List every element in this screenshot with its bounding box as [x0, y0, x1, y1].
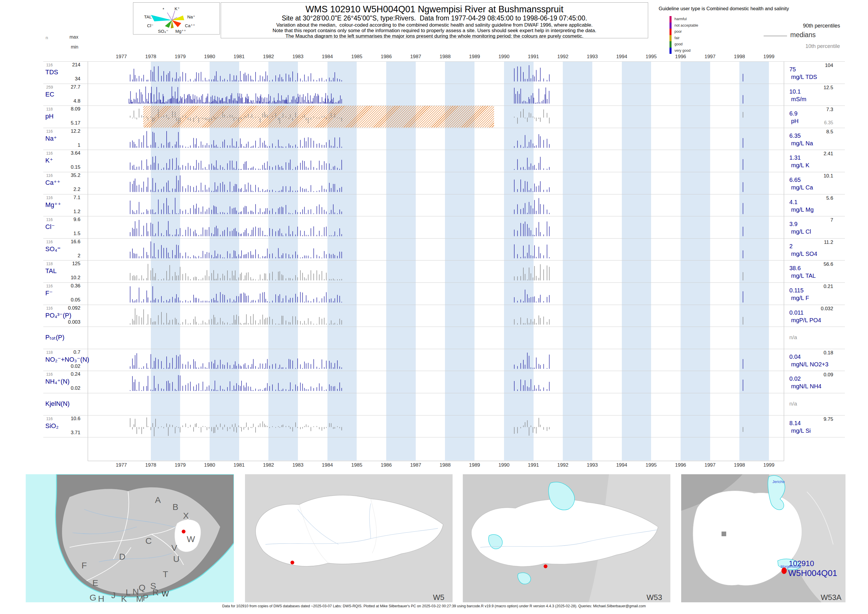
station-number: 102910 — [789, 559, 814, 568]
sample-bars-row-5 — [130, 175, 743, 192]
drainage-letter-P: P — [143, 593, 149, 602]
row-max-value: 214 — [53, 62, 81, 68]
row-n-count: 118 — [46, 350, 53, 355]
drainage-letter-Q: Q — [139, 583, 145, 592]
year-label-top: 1995 — [641, 54, 661, 60]
maucha-diagram-panel: * K⁺ TAL Na⁺ Cl⁻ Ca⁺⁺ SO₄⁼ Mg⁺⁺ — [133, 2, 220, 34]
sample-bars-row-4 — [130, 156, 743, 170]
row-n-count: 116 — [46, 239, 53, 244]
legend-swatch-not-acceptable — [670, 23, 671, 29]
year-label-top: 1996 — [671, 54, 691, 60]
drainage-letter-D: D — [119, 552, 126, 561]
row-separator — [43, 194, 845, 194]
year-label-top: 1981 — [229, 54, 249, 60]
row-unit-label: mg/L Na — [791, 140, 813, 147]
drainage-letter-C: C — [145, 536, 152, 546]
station-dot — [544, 564, 547, 568]
row-p90-value: 5.6 — [806, 195, 833, 201]
row-unit-label: mg/L Ca — [791, 184, 813, 191]
year-label-bottom: 1987 — [406, 462, 426, 468]
row-median-value: 0.02 — [789, 375, 801, 382]
station-dot — [781, 567, 787, 574]
row-separator — [43, 305, 845, 305]
row-n-count: 116 — [46, 284, 53, 288]
row-param-label: PO₄³⁻(P) — [45, 312, 71, 319]
sample-bars-row-8 — [130, 242, 743, 259]
sample-bars-row-3 — [130, 131, 743, 148]
drainage-letter-A: A — [155, 495, 161, 505]
row-n-count: 116 — [46, 173, 53, 178]
year-label-bottom: 1982 — [259, 462, 278, 468]
row-separator — [43, 128, 845, 128]
row-max-value: 0.24 — [53, 371, 81, 377]
legend-swatch-good — [670, 41, 671, 48]
row-median-value: 38.6 — [789, 265, 801, 271]
row-param-label: Cl⁻ — [45, 223, 55, 231]
row-median-value: 2 — [789, 243, 792, 250]
row-unit-label: mg/L TDS — [791, 74, 817, 81]
row-separator — [43, 327, 845, 327]
row-min-value: 2 — [53, 253, 81, 259]
drainage-letter-K: K — [121, 594, 127, 602]
map-w53a-catchment: Jericho Morgenstond 102910 W5H004Q01 W53… — [681, 474, 845, 602]
row-min-value: 0.15 — [53, 164, 81, 170]
row-param-label: EC — [45, 91, 54, 98]
year-label-top: 1987 — [406, 54, 426, 60]
row-unit-label: mg/L Mg — [791, 206, 814, 213]
year-label-top: 1977 — [112, 54, 131, 60]
row-param-label: Mg⁺⁺ — [45, 201, 61, 209]
row-min-value: 5.17 — [53, 120, 81, 126]
row-p90-value: 104 — [806, 62, 833, 68]
year-label-bottom: 1996 — [671, 462, 691, 468]
row-max-value: 0.092 — [53, 305, 81, 311]
row-median-value: 6.65 — [789, 177, 801, 183]
row-unit-label: mg/L SO4 — [791, 251, 817, 257]
year-label-top: 1978 — [141, 54, 161, 60]
row-separator — [43, 282, 845, 283]
year-label-bottom: 1997 — [700, 462, 720, 468]
sample-bars-row-2 — [130, 109, 743, 124]
row-min-value: 4.8 — [53, 98, 81, 104]
legend-label: harmful — [674, 17, 687, 21]
station-dot — [291, 561, 294, 564]
sample-bars-row-1 — [129, 87, 743, 104]
median-line-sample — [764, 36, 787, 36]
drainage-letter-M: M — [136, 594, 144, 602]
row-p90-value: 7.3 — [806, 107, 833, 113]
row-param-label: NO₂⁻+NO₃⁻(N) — [45, 356, 89, 363]
year-label-top: 1994 — [612, 54, 632, 60]
maucha-label-star: * — [163, 7, 164, 12]
sample-bars-row-11 — [130, 309, 743, 324]
sample-bars-row-9 — [130, 264, 743, 281]
year-label-bottom: 1994 — [612, 462, 632, 468]
drainage-letter-G: G — [90, 593, 96, 602]
row-separator — [43, 105, 845, 106]
row-separator — [43, 216, 845, 216]
page-title: WMS 102910 W5H004Q01 Ngwempisi River at … — [221, 4, 648, 14]
note-maucha: The Maucha diagram to the left summarise… — [221, 33, 648, 39]
row-max-value: 27.7 — [53, 84, 81, 90]
legend-swatch-harmful — [670, 16, 671, 23]
year-label-bottom: 1977 — [112, 462, 131, 468]
year-label-bottom: 1999 — [759, 462, 779, 468]
year-label-top: 1997 — [700, 54, 720, 60]
row-median-value: 0.04 — [789, 354, 801, 360]
guideline-title: Guideline user type is Combined domestic… — [659, 6, 789, 11]
drainage-letter-W: W — [187, 534, 195, 544]
year-label-top: 1979 — [170, 54, 190, 60]
legend-label: not acceptable — [674, 23, 698, 28]
year-label-top: 1986 — [376, 54, 396, 60]
year-label-top: 1983 — [288, 54, 308, 60]
row-param-label: TAL — [45, 267, 57, 275]
sample-bars-row-16 — [130, 417, 743, 437]
row-n-count: 118 — [46, 107, 53, 112]
maucha-label-ca: Ca⁺⁺ — [185, 23, 195, 28]
row-n-count: 118 — [46, 261, 53, 266]
row-param-label: SiO₂ — [45, 422, 59, 430]
site-subtitle: Site at 30°28'00.0"E 26°45'00"S, type:Ri… — [221, 14, 648, 22]
n-header: n — [46, 35, 48, 40]
row-na-label: n/a — [789, 400, 797, 407]
row-p90-value: 12.5 — [806, 85, 833, 91]
year-label-top: 1998 — [729, 54, 749, 60]
row-param-label: F⁻ — [45, 290, 53, 297]
